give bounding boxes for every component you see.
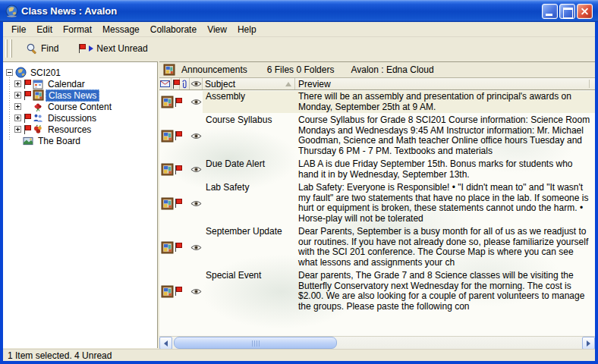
unread-flag-icon (175, 131, 181, 140)
file-folder-counts: 6 Files 0 Folders (267, 64, 335, 75)
unread-flag-icon (175, 98, 181, 107)
item-subject: Due Date Alert (203, 158, 295, 180)
announcements-icon (163, 64, 175, 76)
item-preview: Lab Safety: Everyone is Responsible! • "… (295, 182, 595, 224)
column-subject[interactable]: Subject (203, 78, 295, 89)
menu-bar: File Edit Format Message Collaborate Vie… (3, 22, 595, 36)
flag-icon (78, 44, 85, 53)
expand-box-icon[interactable] (14, 103, 21, 110)
maximize-button[interactable] (559, 4, 575, 19)
sort-ascending-icon (285, 82, 291, 86)
announcement-icon (161, 285, 174, 298)
list-item[interactable]: Lab Safety Lab Safety: Everyone is Respo… (159, 181, 595, 225)
announcement-icon (161, 241, 174, 254)
sidebar-item-label: Discussions (46, 113, 99, 124)
menu-collaborate[interactable]: Collaborate (145, 24, 202, 36)
eye-icon (190, 99, 202, 105)
scroll-left-button[interactable] (159, 337, 172, 350)
unread-flag-icon (175, 199, 181, 208)
item-subject: Special Event (203, 270, 295, 312)
window-frame: File Edit Format Message Collaborate Vie… (0, 22, 598, 364)
status-text: 1 Item selected. 4 Unread (8, 350, 112, 361)
tree-root-label: SCI201 (28, 67, 63, 78)
sidebar-item-the-board[interactable]: The Board (3, 135, 157, 146)
unread-flag-icon (24, 125, 30, 134)
expand-box-icon[interactable] (14, 80, 21, 87)
toolbar-grip[interactable] (5, 39, 8, 58)
arrow-right-icon (89, 46, 93, 52)
find-button[interactable]: Find (21, 40, 63, 57)
tree-root-sci201[interactable]: SCI201 (3, 67, 157, 78)
minimize-button[interactable] (542, 4, 558, 19)
menu-help[interactable]: Help (232, 24, 262, 36)
paperclip-icon (181, 80, 187, 89)
sidebar-item-course-content[interactable]: Course Content (3, 101, 157, 112)
sidebar-item-discussions[interactable]: Discussions (3, 112, 157, 124)
list-item[interactable]: Course Syllabus Course Syllabus for Grad… (159, 114, 595, 158)
sidebar-item-class-news[interactable]: Class News (3, 89, 157, 101)
column-attachment[interactable] (180, 78, 190, 89)
panel-header: Announcements 6 Files 0 Folders Avalon :… (159, 62, 595, 78)
menu-file[interactable]: File (6, 24, 31, 36)
course-content-icon (33, 102, 43, 112)
sidebar-item-label: The Board (36, 136, 83, 146)
status-bar: 1 Item selected. 4 Unread (3, 349, 595, 361)
sidebar-item-calendar[interactable]: Calendar (3, 78, 157, 89)
column-flag[interactable] (172, 78, 180, 89)
discussions-icon (33, 113, 43, 124)
unread-flag-icon (175, 243, 181, 252)
panel-title: Announcements (181, 64, 247, 75)
sidebar-tree: SCI201 Calendar (3, 61, 158, 348)
resources-icon (33, 124, 43, 135)
collapse-box-icon[interactable] (6, 69, 13, 76)
scroll-right-button[interactable] (582, 337, 595, 350)
list-item[interactable]: Due Date Alert LAB A is due Friday Septe… (159, 158, 595, 181)
close-button[interactable] (577, 4, 593, 19)
item-subject: Assembly (203, 91, 295, 113)
menu-edit[interactable]: Edit (31, 24, 58, 36)
column-viewed[interactable] (190, 78, 203, 89)
announcement-list: Assembly There will be an assembly and p… (159, 90, 595, 336)
menu-message[interactable]: Message (97, 24, 145, 36)
eye-icon (190, 200, 202, 207)
toolbar: Find Next Unread (3, 36, 595, 60)
scrollbar-track[interactable] (172, 337, 582, 349)
globe-icon (5, 5, 18, 17)
column-envelope[interactable] (159, 78, 172, 89)
chevron-right-icon (587, 340, 590, 347)
item-preview: LAB A is due Friday September 15th. Bonu… (295, 158, 595, 180)
sidebar-item-label-selected: Class News (46, 89, 99, 102)
item-preview: Course Syllabus for Grade 8 SCI201 Cours… (295, 115, 595, 157)
globe-icon (15, 67, 27, 78)
item-preview: There will be an assembly and presentati… (295, 91, 595, 113)
unread-flag-icon (24, 91, 30, 100)
envelope-icon (160, 80, 170, 87)
expand-box-icon[interactable] (14, 92, 21, 99)
next-unread-button[interactable]: Next Unread (74, 41, 152, 56)
list-item[interactable]: Assembly There will be an assembly and p… (159, 90, 595, 114)
announcement-icon (161, 130, 174, 143)
chevron-left-icon (164, 340, 168, 347)
magnifier-icon (26, 42, 38, 55)
flag-icon (172, 80, 179, 89)
app-window: Class News : Avalon File Edit Format Mes… (0, 0, 598, 364)
item-preview: Dear Parents, September is a busy month … (295, 226, 595, 268)
unread-flag-icon (24, 114, 30, 123)
sidebar-item-label: Course Content (46, 102, 114, 112)
class-news-icon (33, 89, 44, 101)
toolbar-grip[interactable] (10, 39, 12, 58)
sidebar-item-label: Calendar (46, 79, 87, 89)
list-item[interactable]: Special Event Dear parents, The Grade 7 … (159, 269, 595, 313)
menu-format[interactable]: Format (58, 24, 97, 36)
scrollbar-thumb[interactable] (174, 337, 337, 349)
announcement-icon (161, 163, 174, 176)
expand-box-icon[interactable] (14, 126, 21, 133)
expand-box-icon[interactable] (14, 115, 21, 121)
menu-view[interactable]: View (202, 24, 232, 36)
sidebar-item-resources[interactable]: Resources (3, 124, 157, 135)
list-item[interactable]: September Update Dear Parents, September… (159, 225, 595, 269)
title-bar[interactable]: Class News : Avalon (0, 0, 598, 22)
column-preview[interactable]: Preview (295, 78, 595, 89)
announcement-icon (161, 96, 174, 108)
sidebar-item-label: Resources (46, 124, 93, 135)
